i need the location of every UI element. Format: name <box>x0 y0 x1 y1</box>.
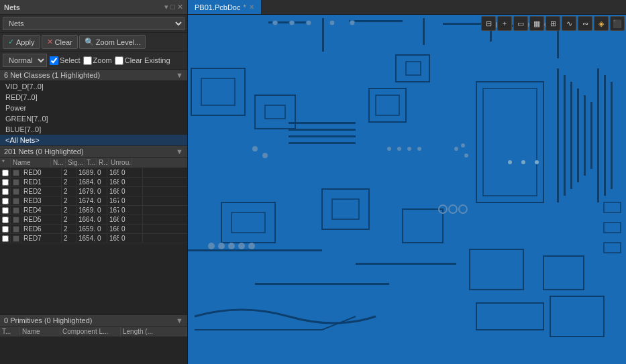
net-class-item[interactable]: BLUE[7..0] <box>0 124 187 135</box>
svg-point-74 <box>218 243 225 249</box>
svg-rect-31 <box>604 75 606 196</box>
svg-rect-54 <box>289 122 356 124</box>
clear-button[interactable]: ✕ Clear <box>42 35 78 49</box>
primitives-arrow[interactable]: ▼ <box>176 316 183 324</box>
table-row[interactable]: RED2 2 1679. 0 168 0 <box>0 187 187 196</box>
net-class-item[interactable]: GREEN[7..0] <box>0 113 187 124</box>
nets-arrow[interactable]: ▼ <box>176 147 183 156</box>
select-checkbox[interactable] <box>50 56 58 65</box>
clear-existing-checkbox-label[interactable]: Clear Existing <box>115 56 170 65</box>
primitives-header: 0 Primitives (0 Highlighted) ▼ <box>0 315 187 326</box>
table-row[interactable]: RED1 2 1684. 0 168 0 <box>0 178 187 187</box>
row-checkbox-cell[interactable] <box>0 197 11 205</box>
table-row[interactable]: RED6 2 1659. 0 166 0 <box>0 225 187 234</box>
close-icon[interactable]: ✕ <box>177 3 183 11</box>
svg-rect-25 <box>564 75 566 196</box>
svg-rect-27 <box>577 88 579 182</box>
col-star[interactable]: * <box>0 158 11 168</box>
clear-existing-checkbox[interactable] <box>115 56 123 65</box>
net-class-item[interactable]: RED[7..0] <box>0 92 187 103</box>
row-unrou: 0 <box>119 234 143 243</box>
nets-title: 201 Nets (0 Highlighted) <box>4 147 84 156</box>
select-rect-btn[interactable]: ▭ <box>513 16 528 31</box>
row-n: 2 <box>62 178 76 186</box>
row-checkbox-cell[interactable] <box>0 216 11 224</box>
svg-rect-28 <box>584 95 586 176</box>
svg-rect-32 <box>611 82 613 189</box>
svg-point-52 <box>407 147 411 151</box>
row-checkbox-cell[interactable] <box>0 206 11 215</box>
primitives-section: 0 Primitives (0 Highlighted) ▼ T... Name… <box>0 314 187 364</box>
zoom-checkbox-label[interactable]: Zoom <box>83 56 112 65</box>
row-name: RED4 <box>21 206 62 215</box>
col-sig-header[interactable]: Sig... <box>66 158 85 168</box>
prim-col-name[interactable]: Name <box>20 326 60 337</box>
row-checkbox-cell[interactable] <box>0 169 11 177</box>
col-name-header[interactable]: Name <box>11 158 51 168</box>
row-checkbox-cell[interactable] <box>0 178 11 186</box>
row-color-cell <box>11 188 21 196</box>
bar-chart-btn[interactable]: ▦ <box>529 16 544 31</box>
right-toolbar: ⊟ + ▭ ▦ ⊞ ∿ ∾ ◈ ⬛ <box>481 16 625 31</box>
col-t-header[interactable]: T... <box>85 158 97 168</box>
table-row[interactable]: RED4 2 1669. 0 167 0 <box>0 206 187 215</box>
col-n-header[interactable]: N... <box>51 158 66 168</box>
row-checkbox-cell[interactable] <box>0 188 11 196</box>
net-class-item[interactable]: VID_D[7..0] <box>0 81 187 92</box>
prim-col-comp[interactable]: Component L... <box>60 326 121 337</box>
svg-rect-24 <box>557 68 559 202</box>
svg-rect-3 <box>349 20 403 22</box>
mode-select[interactable]: NormalMaskDim <box>3 54 47 67</box>
row-r: 167 <box>107 206 119 215</box>
row-checkbox-cell[interactable] <box>0 225 11 233</box>
row-sig: 1669. <box>76 206 95 215</box>
pcb-svg <box>188 15 626 364</box>
row-checkbox-cell[interactable] <box>0 235 11 243</box>
drc-btn[interactable]: ⬛ <box>610 16 625 31</box>
tab-close-btn[interactable]: ✕ <box>249 3 254 11</box>
prim-col-t[interactable]: T... <box>0 326 20 337</box>
tab-pcbdoc[interactable]: PB01.PcbDoc * ✕ <box>188 0 262 14</box>
net-class-item[interactable]: Power <box>0 103 187 113</box>
svg-rect-57 <box>289 142 356 144</box>
table-row[interactable]: RED3 2 1674. 0 167 0 <box>0 196 187 206</box>
col-r-header[interactable]: R... <box>97 158 109 168</box>
svg-rect-5 <box>443 23 483 25</box>
row-t: 0 <box>95 215 107 224</box>
prim-col-len[interactable]: Length (... <box>121 326 187 337</box>
row-n: 2 <box>62 168 76 177</box>
zoom-checkbox[interactable] <box>83 56 92 65</box>
net-class-all-nets[interactable]: <All Nets> <box>0 135 187 145</box>
route-btn[interactable]: ∿ <box>562 16 576 31</box>
panel-titlebar: Nets ▾ □ ✕ <box>0 0 188 15</box>
svg-point-50 <box>387 147 391 151</box>
svg-point-76 <box>238 243 245 249</box>
impedance-btn[interactable]: ◈ <box>594 16 609 31</box>
row-t: 0 <box>95 196 107 205</box>
svg-point-9 <box>272 20 278 25</box>
select-checkbox-label[interactable]: Select <box>50 56 81 65</box>
pin-icon[interactable]: ▾ <box>164 3 168 11</box>
nets-table-header: * Name N... Sig... T... R... Unrou... <box>0 158 187 168</box>
filter-toolbar-btn[interactable]: ⊟ <box>481 16 496 31</box>
row-r: 165 <box>107 234 119 243</box>
nets-table-body[interactable]: RED0 2 1689. 0 165 0 RED1 2 1684. 0 168 … <box>0 168 187 314</box>
svg-rect-2 <box>322 18 324 52</box>
nets-dropdown[interactable]: Nets <box>3 17 185 30</box>
zoom-level-button[interactable]: 🔍 Zoom Level... <box>79 35 146 49</box>
row-unrou: 0 <box>119 178 143 186</box>
net-classes-arrow[interactable]: ▼ <box>176 71 183 79</box>
row-t: 0 <box>95 168 107 177</box>
add-toolbar-btn[interactable]: + <box>497 16 512 31</box>
apply-button[interactable]: ✓ Apply <box>3 35 40 49</box>
float-icon[interactable]: □ <box>170 3 175 11</box>
primitives-table-body <box>0 337 187 364</box>
grid-btn[interactable]: ⊞ <box>545 16 560 31</box>
row-r: 168 <box>107 187 119 196</box>
table-row[interactable]: RED7 2 1654. 0 165 0 <box>0 234 187 243</box>
options-row: NormalMaskDim Select Zoom Clear Existing <box>0 52 187 70</box>
diff-pair-btn[interactable]: ∾ <box>578 16 592 31</box>
table-row[interactable]: RED5 2 1664. 0 166 0 <box>0 215 187 225</box>
table-row[interactable]: RED0 2 1689. 0 165 0 <box>0 168 187 178</box>
col-unrou-header[interactable]: Unrou... <box>109 158 132 168</box>
